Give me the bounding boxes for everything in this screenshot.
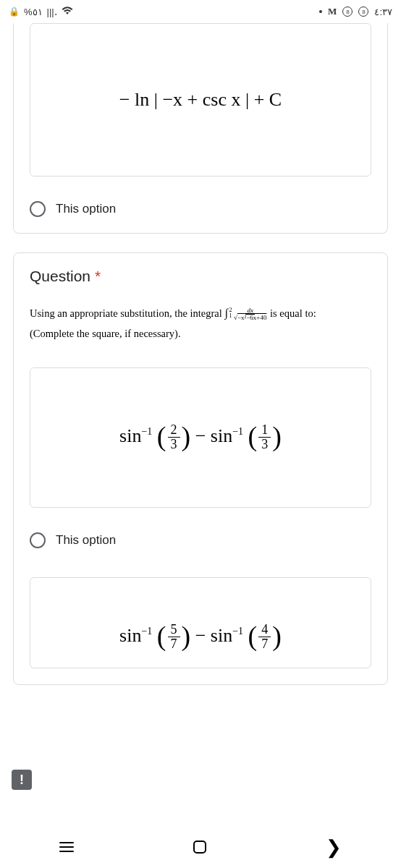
equation-a: sin−1 (23) − sin−1 (13) [119,422,282,454]
frac-den: √−x²−6x+40 [233,315,267,321]
android-nav-bar: ❯ [0,826,401,868]
radio-icon[interactable] [30,532,46,548]
equation-prev: − ln | −x + csc x | + C [119,89,282,111]
nav-back-button[interactable]: ❯ [326,836,342,859]
radio-icon[interactable] [30,201,46,217]
clock: ٤:٣٧ [374,7,392,17]
frac-den-sqrt: −x²−6x+40 [237,314,266,321]
integrand-fraction: dx√−x²−6x+40 [233,307,267,321]
b2d: 7 [258,637,271,652]
equation-box-b: sin−1 (57) − sin−1 (47) [30,577,371,668]
question-card: Question * Using an appropriate substitu… [13,252,388,685]
a2d: 3 [258,438,271,452]
option-row-a[interactable]: This option [30,532,371,548]
status-left: 🔒 %٥١ |||․ [9,7,73,17]
equation-b: sin−1 (57) − sin−1 (47) [119,621,282,653]
prompt-pre: Using an appropriate substitution, the i… [30,307,224,319]
a1n: 2 [168,423,180,438]
a1d: 3 [168,438,180,452]
signal-icon: |||․ [47,7,57,17]
b1n: 5 [168,623,180,638]
lock-icon: 🔒 [9,7,20,17]
status-bar: 🔒 %٥١ |||․ M 8 8 ٤:٣٧ [0,0,401,23]
b2n: 4 [258,623,271,638]
alert-badge[interactable]: ! [12,770,32,790]
prompt-post: is equal to: [267,307,316,319]
question-hint: (Complete the square, if necessary). [30,328,181,339]
b1d: 7 [168,637,180,652]
answer-card-previous: − ln | −x + csc x | + C This option [13,23,388,234]
wifi-icon [62,7,73,17]
required-marker: * [95,268,101,284]
alert-icon: ! [20,773,24,788]
circle-icon-1: 8 [342,7,353,17]
int-upper: 2 [229,305,232,315]
nav-home-button[interactable] [193,841,206,854]
dot-icon [319,10,322,13]
question-body: Using an appropriate substitution, the i… [30,302,371,344]
battery-percent: %٥١ [24,7,43,17]
circle-icon-2: 8 [358,7,368,17]
question-title-text: Question [30,268,90,284]
equation-box-a: sin−1 (23) − sin−1 (13) [30,367,371,508]
nav-recent-button[interactable] [59,842,74,853]
m-icon: M [328,6,337,17]
equation-box-prev: − ln | −x + csc x | + C [30,23,371,176]
option-row-prev[interactable]: This option [30,201,371,217]
a2n: 1 [258,423,271,438]
option-label: This option [56,533,116,548]
status-right: M 8 8 ٤:٣٧ [319,6,392,17]
integral-sign: ∫12 [224,307,227,319]
option-label: This option [56,202,116,216]
question-title: Question * [30,268,371,285]
